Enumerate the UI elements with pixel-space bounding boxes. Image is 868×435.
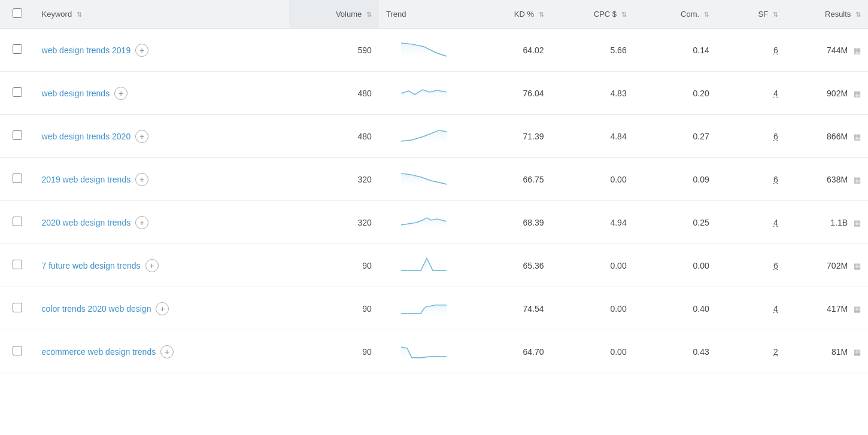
row-3-checkbox[interactable]	[13, 174, 22, 183]
row-1-volume: 480	[289, 72, 379, 115]
row-6-cpc: 0.00	[551, 287, 634, 330]
row-6-kd: 74.54	[469, 287, 551, 330]
row-1-checkbox[interactable]	[13, 87, 22, 97]
row-3-kd: 66.75	[469, 158, 551, 201]
table-row: color trends 2020 web design+90 74.540.0…	[0, 287, 868, 330]
row-1-sf-value[interactable]: 4	[773, 89, 778, 98]
col-header-trend: Trend	[379, 0, 469, 29]
row-7-keyword-link[interactable]: ecommerce web design trends	[42, 347, 156, 357]
row-5-com: 0.00	[634, 244, 717, 287]
row-1-checkbox-cell[interactable]	[0, 72, 35, 115]
row-5-add-button[interactable]: +	[145, 259, 159, 272]
results-sort-icon[interactable]: ⇅	[855, 11, 861, 19]
row-7-checkbox[interactable]	[13, 346, 22, 355]
row-0-checkbox-cell[interactable]	[0, 29, 35, 72]
table-row: 2020 web design trends+320 68.394.940.25…	[0, 201, 868, 244]
row-6-sf[interactable]: 4	[717, 287, 785, 330]
keyword-table-container: Keyword ⇅ Volume ⇅ Trend KD % ⇅ CPC $ ⇅	[0, 0, 868, 373]
row-2-add-button[interactable]: +	[135, 130, 148, 143]
row-4-sf-value[interactable]: 4	[773, 218, 778, 227]
row-6-com: 0.40	[634, 287, 717, 330]
row-1-add-button[interactable]: +	[114, 87, 128, 100]
col-header-cpc[interactable]: CPC $ ⇅	[551, 0, 634, 29]
row-4-cpc: 4.94	[551, 201, 634, 244]
row-0-checkbox[interactable]	[13, 44, 22, 54]
row-0-cpc: 5.66	[551, 29, 634, 72]
row-1-serp-icon[interactable]: ▦	[854, 89, 861, 98]
row-4-keyword-link[interactable]: 2020 web design trends	[42, 218, 131, 227]
row-5-checkbox-cell[interactable]	[0, 244, 35, 287]
row-0-sf-value[interactable]: 6	[773, 45, 778, 55]
row-3-com: 0.09	[634, 158, 717, 201]
row-0-sf[interactable]: 6	[717, 29, 785, 72]
row-4-serp-icon[interactable]: ▦	[854, 218, 861, 227]
row-6-checkbox-cell[interactable]	[0, 287, 35, 330]
row-4-volume: 320	[289, 201, 379, 244]
row-4-sf[interactable]: 4	[717, 201, 785, 244]
row-7-checkbox-cell[interactable]	[0, 330, 35, 373]
row-6-checkbox[interactable]	[13, 303, 22, 312]
row-2-keyword-link[interactable]: web design trends 2020	[42, 132, 131, 141]
row-2-checkbox[interactable]	[13, 130, 22, 140]
select-all-checkbox[interactable]	[13, 8, 22, 18]
row-2-checkbox-cell[interactable]	[0, 115, 35, 158]
row-2-trend	[379, 115, 469, 158]
row-7-serp-icon[interactable]: ▦	[854, 348, 861, 357]
sf-sort-icon[interactable]: ⇅	[773, 11, 778, 19]
row-4-checkbox-cell[interactable]	[0, 201, 35, 244]
row-4-checkbox[interactable]	[13, 217, 22, 226]
row-3-sf[interactable]: 6	[717, 158, 785, 201]
col-header-keyword[interactable]: Keyword ⇅	[35, 0, 290, 29]
row-0-add-button[interactable]: +	[135, 44, 148, 57]
com-sort-icon[interactable]: ⇅	[704, 11, 709, 19]
row-5-checkbox[interactable]	[13, 260, 22, 269]
row-1-keyword-link[interactable]: web design trends	[42, 89, 110, 98]
row-1-com: 0.20	[634, 72, 717, 115]
select-all-header[interactable]	[0, 0, 35, 29]
row-4-trend	[379, 201, 469, 244]
row-7-kd: 64.70	[469, 330, 551, 373]
col-header-results[interactable]: Results ⇅	[785, 0, 868, 29]
row-3-add-button[interactable]: +	[135, 173, 148, 186]
row-7-com: 0.43	[634, 330, 717, 373]
row-2-sf[interactable]: 6	[717, 115, 785, 158]
row-5-keyword-link[interactable]: 7 future web design trends	[42, 261, 141, 270]
row-2-sf-value[interactable]: 6	[773, 132, 778, 141]
row-7-sf[interactable]: 2	[717, 330, 785, 373]
col-header-sf[interactable]: SF ⇅	[717, 0, 785, 29]
row-6-sf-value[interactable]: 4	[773, 304, 778, 314]
row-2-serp-icon[interactable]: ▦	[854, 132, 861, 141]
row-3-keyword-link[interactable]: 2019 web design trends	[42, 175, 131, 184]
row-0-serp-icon[interactable]: ▦	[854, 46, 861, 55]
row-2-results: 866M ▦	[785, 115, 868, 158]
cpc-sort-icon[interactable]: ⇅	[621, 11, 627, 19]
row-2-keyword-cell: web design trends 2020+	[35, 115, 290, 158]
row-1-sf[interactable]: 4	[717, 72, 785, 115]
col-header-volume[interactable]: Volume ⇅	[289, 0, 379, 29]
row-3-sf-value[interactable]: 6	[773, 175, 778, 184]
row-7-trend	[379, 330, 469, 373]
row-5-volume: 90	[289, 244, 379, 287]
row-0-volume: 590	[289, 29, 379, 72]
row-5-sf-value[interactable]: 6	[773, 261, 778, 270]
row-3-serp-icon[interactable]: ▦	[854, 175, 861, 184]
row-5-sf[interactable]: 6	[717, 244, 785, 287]
table-row: web design trends 2020+480 71.394.840.27…	[0, 115, 868, 158]
volume-sort-icon[interactable]: ⇅	[366, 11, 372, 19]
row-7-sf-value[interactable]: 2	[773, 347, 778, 357]
row-6-serp-icon[interactable]: ▦	[854, 305, 861, 314]
row-1-results: 902M ▦	[785, 72, 868, 115]
row-5-serp-icon[interactable]: ▦	[854, 261, 861, 270]
row-6-add-button[interactable]: +	[156, 302, 169, 315]
col-header-kd[interactable]: KD % ⇅	[469, 0, 551, 29]
row-7-add-button[interactable]: +	[160, 345, 174, 358]
col-header-com[interactable]: Com. ⇅	[634, 0, 717, 29]
row-1-kd: 76.04	[469, 72, 551, 115]
row-3-checkbox-cell[interactable]	[0, 158, 35, 201]
row-6-keyword-link[interactable]: color trends 2020 web design	[42, 304, 151, 314]
kd-sort-icon[interactable]: ⇅	[539, 11, 544, 19]
row-0-keyword-link[interactable]: web design trends 2019	[42, 45, 131, 55]
row-4-add-button[interactable]: +	[135, 216, 148, 229]
row-3-trend	[379, 158, 469, 201]
keyword-sort-icon[interactable]: ⇅	[77, 11, 82, 19]
